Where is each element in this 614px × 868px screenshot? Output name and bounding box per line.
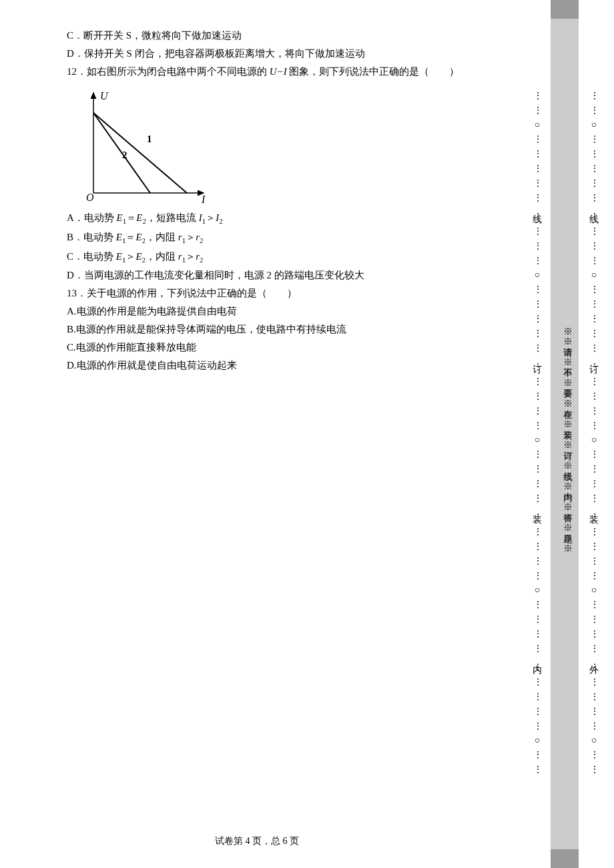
y-axis-label: U	[100, 90, 109, 101]
q12-option-c: C．电动势 E1＞E2，内阻 r1＞r2	[67, 248, 494, 267]
binding-inner-col: ⋮⋮○⋮⋮⋮⋮⋮线⋮⋮⋮⋮○⋮⋮⋮⋮⋮订⋮⋮⋮⋮⋮○⋮⋮⋮⋮装⋮⋮⋮⋮⋮○⋮⋮⋮…	[527, 0, 547, 868]
q13-stem: 13．关于电源的作用，下列说法中正确的是（ ）	[67, 284, 494, 302]
series-2-label: 2	[122, 150, 127, 160]
origin-label: O	[86, 192, 94, 203]
txt: 2	[200, 256, 204, 264]
question-content: C．断开开关 S，微粒将向下做加速运动 D．保持开关 S 闭合，把电容器两极板距…	[67, 27, 494, 375]
txt: ＞	[125, 251, 135, 262]
option-c-prev: C．断开开关 S，微粒将向下做加速运动	[67, 27, 494, 45]
q13-option-a: A.电源的作用是能为电路提供自由电荷	[67, 302, 494, 320]
page-footer: 试卷第 4 页，总 6 页	[0, 833, 514, 849]
txt: ＞	[186, 251, 196, 262]
ui-chart-svg: O U I 1 2	[73, 86, 214, 206]
txt: E	[116, 232, 122, 242]
txt: E	[135, 232, 141, 242]
binding-outer-col: ⋮⋮○⋮⋮⋮⋮⋮线⋮⋮⋮⋮○⋮⋮⋮⋮⋮订⋮⋮⋮⋮⋮○⋮⋮⋮⋮装⋮⋮⋮⋮⋮○⋮⋮⋮…	[584, 0, 604, 868]
binding-inner-seq: ⋮⋮○⋮⋮⋮⋮⋮线⋮⋮⋮⋮○⋮⋮⋮⋮⋮订⋮⋮⋮⋮⋮○⋮⋮⋮⋮装⋮⋮⋮⋮⋮○⋮⋮⋮…	[527, 7, 547, 861]
binding-outer-seq: ⋮⋮○⋮⋮⋮⋮⋮线⋮⋮⋮⋮○⋮⋮⋮⋮⋮订⋮⋮⋮⋮⋮○⋮⋮⋮⋮装⋮⋮⋮⋮⋮○⋮⋮⋮…	[584, 7, 604, 861]
txt: A．电动势	[67, 212, 117, 223]
txt: E	[116, 251, 122, 262]
q12-stem-post: 图象，则下列说法中正确的是（ ）	[287, 66, 460, 77]
txt: E	[117, 212, 123, 223]
txt: ，短路电流	[146, 212, 199, 223]
series-1-label: 1	[147, 134, 152, 144]
txt: ＝	[126, 212, 136, 223]
txt: ＝	[125, 232, 135, 242]
txt: B．电动势	[67, 232, 116, 242]
series-1-line	[93, 113, 187, 193]
binding-advice: ※※请※※不※※要※※在※※装※※订※※线※※内※※答※※题※※	[559, 214, 576, 654]
txt: ，内阻	[145, 232, 178, 242]
q12-option-a: A．电动势 E1＝E2，短路电流 I1＞I2	[67, 209, 494, 228]
txt: ＞	[206, 212, 216, 223]
q12-stem-pre: 12．如右图所示为闭合电路中两个不同电源的	[67, 66, 270, 77]
q12-option-b: B．电动势 E1＝E2，内阻 r1＞r2	[67, 228, 494, 248]
txt: E	[135, 251, 141, 262]
q12-graph: O U I 1 2	[73, 86, 214, 206]
binding-cap-bottom	[551, 849, 579, 868]
txt: ＞	[186, 232, 196, 242]
q12-option-d: D．当两电源的工作电流变化量相同时，电源 2 的路端电压变化较大	[67, 266, 494, 284]
q12-stem: 12．如右图所示为闭合电路中两个不同电源的 U−I 图象，则下列说法中正确的是（…	[67, 63, 494, 81]
x-axis-label: I	[201, 194, 206, 205]
txt: 2	[200, 236, 204, 244]
q13-option-c: C.电源的作用能直接释放电能	[67, 339, 494, 357]
option-d-prev: D．保持开关 S 闭合，把电容器两极板距离增大，将向下做加速运动	[67, 45, 494, 63]
q12-stem-ui: U−I	[270, 66, 287, 77]
txt: ，内阻	[145, 251, 178, 262]
q13-option-d: D.电源的作用就是使自由电荷运动起来	[67, 357, 494, 375]
q13-option-b: B.电源的作用就是能保持导体两端的电压，使电路中有持续电流	[67, 320, 494, 339]
binding-cap-top	[551, 0, 579, 19]
txt: 2	[219, 217, 223, 225]
txt: C．电动势	[67, 251, 116, 262]
